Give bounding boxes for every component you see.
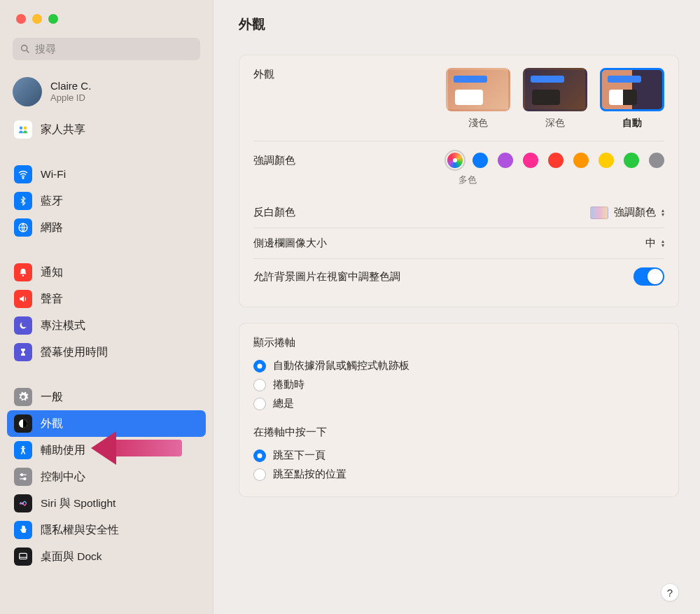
scrollclick-option-0[interactable]: 跳至下一頁 xyxy=(253,446,664,465)
theme-thumb-icon xyxy=(446,68,510,111)
accent-swatch-orange[interactable] xyxy=(573,153,589,168)
dock-icon xyxy=(14,547,32,566)
sidebar-item-bluetooth[interactable]: 藍牙 xyxy=(7,188,206,214)
accent-swatch-pink[interactable] xyxy=(523,153,538,168)
sidebar-item-label: Siri 與 Spotlight xyxy=(41,496,115,511)
highlight-preview-icon xyxy=(590,207,608,219)
main-panel: 外觀 外觀 淺色深色自動 強調顏色 多色 反白顏色 強調顏色 ▴▾ xyxy=(214,0,700,614)
theme-thumb-icon xyxy=(600,68,664,111)
wallpaper-tint-toggle[interactable] xyxy=(634,267,664,286)
accent-swatch-red[interactable] xyxy=(548,153,564,168)
globe-icon xyxy=(14,218,32,237)
sidebar-item-user[interactable]: Claire C. Apple ID xyxy=(0,73,213,113)
radio-icon xyxy=(253,468,266,481)
scroll-click-title: 在捲軸中按一下 xyxy=(253,426,664,439)
sidebar-item-hand[interactable]: 隱私權與安全性 xyxy=(7,517,206,543)
siri-icon xyxy=(14,494,32,512)
radio-icon xyxy=(253,449,266,462)
sidebar-item-speaker[interactable]: 聲音 xyxy=(7,286,206,312)
accent-swatch-blue[interactable] xyxy=(472,153,488,168)
highlight-select[interactable]: 強調顏色 ▴▾ xyxy=(590,206,664,219)
chevron-updown-icon: ▴▾ xyxy=(662,209,664,217)
search-placeholder: 搜尋 xyxy=(35,43,56,56)
bluetooth-icon xyxy=(14,192,32,210)
sidebar-item-dock[interactable]: 桌面與 Dock xyxy=(7,543,206,570)
help-button[interactable]: ? xyxy=(661,583,679,601)
sidebar-item-label: 控制中心 xyxy=(41,470,85,484)
accent-label: 強調顏色 xyxy=(253,154,295,167)
accent-swatch-graphite[interactable] xyxy=(649,153,664,168)
svg-point-2 xyxy=(20,127,23,130)
speaker-icon xyxy=(14,290,32,308)
accent-swatch-green[interactable] xyxy=(624,153,639,168)
theme-option-dark[interactable]: 深色 xyxy=(523,68,587,130)
page-title: 外觀 xyxy=(239,15,679,34)
gear-icon xyxy=(14,388,32,406)
sidebar-item-label: 專注模式 xyxy=(41,319,85,333)
sidebar-item-label: 桌面與 Dock xyxy=(41,550,102,564)
sidebar: 搜尋 Claire C. Apple ID 家人共享 Wi-Fi藍牙網路 通知聲… xyxy=(0,0,214,614)
hourglass-icon xyxy=(14,343,32,361)
radio-icon xyxy=(253,398,266,410)
sidebar-size-label: 側邊欄圖像大小 xyxy=(253,237,327,250)
svg-point-12 xyxy=(24,477,26,480)
hand-icon xyxy=(14,521,32,539)
family-icon xyxy=(14,120,32,139)
sidebar-item-label: 一般 xyxy=(41,390,63,405)
sidebar-item-wifi[interactable]: Wi-Fi xyxy=(7,161,206,188)
theme-thumb-icon xyxy=(523,68,587,111)
zoom-icon[interactable] xyxy=(48,14,58,24)
appearance-card: 外觀 淺色深色自動 強調顏色 多色 反白顏色 強調顏色 ▴▾ 側邊欄圖 xyxy=(239,55,679,307)
sidebar-item-globe[interactable]: 網路 xyxy=(7,214,206,241)
sidebar-item-accessibility[interactable]: 輔助使用 xyxy=(7,437,206,463)
search-input[interactable]: 搜尋 xyxy=(13,38,200,60)
sidebar-item-label: 輔助使用 xyxy=(41,443,85,458)
bell-icon xyxy=(14,263,32,281)
sidebar-item-siri[interactable]: Siri 與 Spotlight xyxy=(7,490,206,517)
highlight-label: 反白顏色 xyxy=(253,206,295,219)
scrollbar-title: 顯示捲軸 xyxy=(253,336,664,349)
scrollbar-option-2[interactable]: 總是 xyxy=(253,394,664,413)
sidebar-item-hourglass[interactable]: 螢幕使用時間 xyxy=(7,339,206,365)
close-icon[interactable] xyxy=(16,14,26,24)
sidebar-item-moon[interactable]: 專注模式 xyxy=(7,312,206,339)
moon-icon xyxy=(14,316,32,335)
svg-point-4 xyxy=(22,178,24,179)
scrollbar-option-0[interactable]: 自動依據滑鼠或觸控式軌跡板 xyxy=(253,356,664,375)
settings-window: 搜尋 Claire C. Apple ID 家人共享 Wi-Fi藍牙網路 通知聲… xyxy=(0,0,700,614)
accessibility-icon xyxy=(14,441,32,459)
sidebar-item-family[interactable]: 家人共享 xyxy=(7,116,206,143)
wallpaper-tint-label: 允許背景圖片在視窗中調整色調 xyxy=(253,270,400,284)
theme-option-auto[interactable]: 自動 xyxy=(600,68,664,130)
sidebar-item-label: 聲音 xyxy=(41,292,63,307)
sidebar-item-label: 通知 xyxy=(41,265,63,280)
appearance-label: 外觀 xyxy=(253,68,274,81)
svg-line-1 xyxy=(27,50,29,53)
sidebar-item-label: 家人共享 xyxy=(41,123,85,137)
svg-point-3 xyxy=(24,127,27,130)
svg-point-0 xyxy=(22,46,27,51)
minimize-icon[interactable] xyxy=(32,14,42,24)
svg-point-11 xyxy=(21,474,23,476)
window-controls xyxy=(0,0,213,32)
accent-swatch-yellow[interactable] xyxy=(598,153,614,168)
accent-swatch-purple[interactable] xyxy=(498,153,513,168)
avatar xyxy=(13,77,42,106)
svg-point-6 xyxy=(22,275,24,277)
sidebar-item-label: 隱私權與安全性 xyxy=(41,523,119,538)
accent-selected-label: 多色 xyxy=(458,174,664,186)
sidebar-item-sliders[interactable]: 控制中心 xyxy=(7,463,206,490)
user-sub: Apple ID xyxy=(50,92,91,104)
scrollclick-option-1[interactable]: 跳至點按的位置 xyxy=(253,465,664,484)
accent-swatch-multicolor[interactable] xyxy=(447,153,463,168)
sidebar-item-bell[interactable]: 通知 xyxy=(7,259,206,286)
svg-point-8 xyxy=(22,446,24,448)
sidebar-item-appearance[interactable]: 外觀 xyxy=(7,410,206,437)
sidebar-item-label: 螢幕使用時間 xyxy=(41,345,108,360)
sidebar-item-gear[interactable]: 一般 xyxy=(7,384,206,410)
appearance-icon xyxy=(14,414,32,433)
sidebar-item-label: 藍牙 xyxy=(41,194,63,209)
scrollbar-option-1[interactable]: 捲動時 xyxy=(253,375,664,394)
sidebar-size-select[interactable]: 中 ▴▾ xyxy=(645,237,664,250)
theme-option-light[interactable]: 淺色 xyxy=(446,68,510,130)
